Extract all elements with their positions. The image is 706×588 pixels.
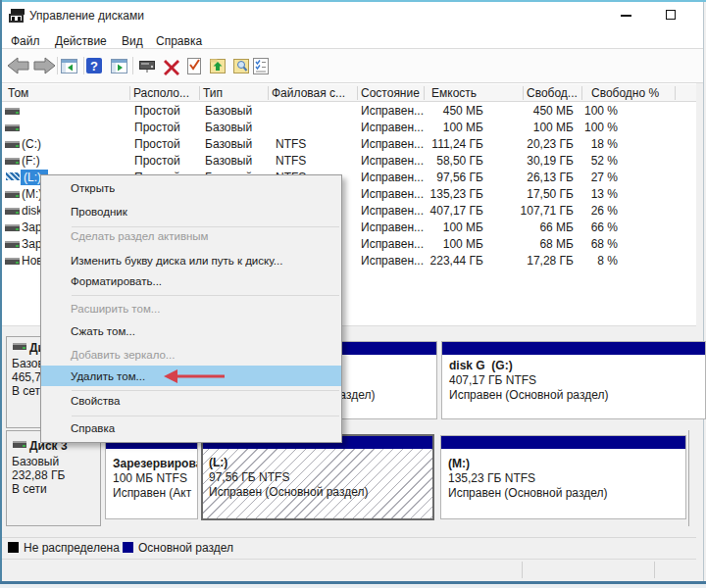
svg-text:?: ?: [90, 59, 98, 74]
